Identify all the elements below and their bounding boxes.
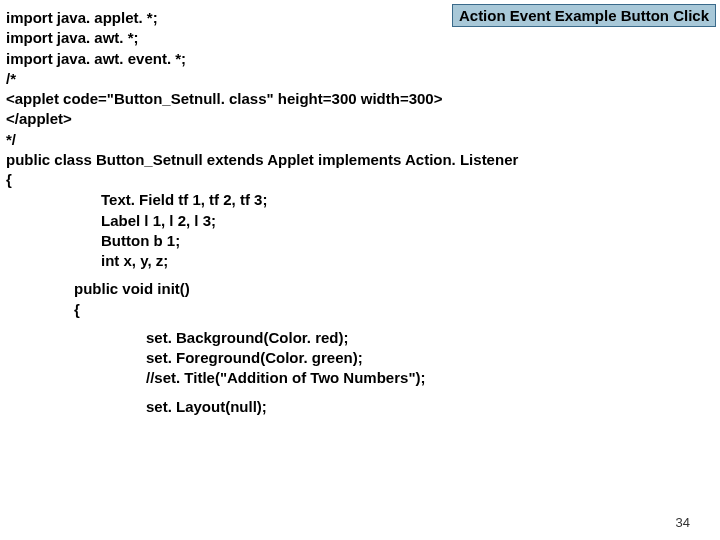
code-line: int x, y, z;	[6, 251, 518, 271]
code-line: <applet code="Button_Setnull. class" hei…	[6, 89, 518, 109]
code-line: import java. awt. *;	[6, 28, 518, 48]
code-line: Label l 1, l 2, l 3;	[6, 211, 518, 231]
code-line: //set. Title("Addition of Two Numbers");	[6, 368, 518, 388]
code-content: import java. applet. *; import java. awt…	[6, 8, 518, 417]
code-line: {	[6, 170, 518, 190]
code-line: set. Layout(null);	[6, 397, 518, 417]
code-line: public void init()	[6, 279, 518, 299]
code-line: import java. applet. *;	[6, 8, 518, 28]
code-line: /*	[6, 69, 518, 89]
code-line: */	[6, 130, 518, 150]
page-number: 34	[676, 515, 690, 530]
code-line: Button b 1;	[6, 231, 518, 251]
code-line: import java. awt. event. *;	[6, 49, 518, 69]
code-line: </applet>	[6, 109, 518, 129]
code-line: set. Foreground(Color. green);	[6, 348, 518, 368]
code-line: public class Button_Setnull extends Appl…	[6, 150, 518, 170]
code-line: {	[6, 300, 518, 320]
code-line: set. Background(Color. red);	[6, 328, 518, 348]
code-line: Text. Field tf 1, tf 2, tf 3;	[6, 190, 518, 210]
